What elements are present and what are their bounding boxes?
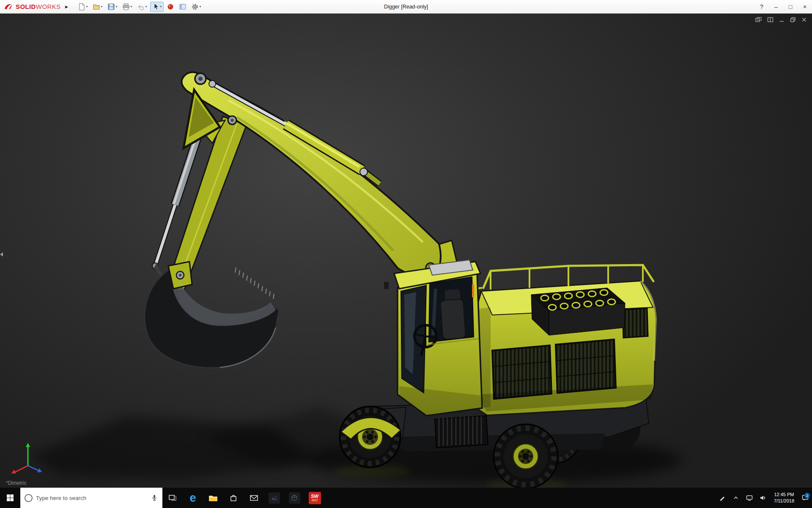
view-orientation-label: *Dimetric [6,480,27,486]
help-button[interactable]: ? [754,0,769,13]
options-button[interactable]: ▾ [189,2,203,12]
front-right-wheel[interactable] [494,424,558,488]
main-toolbar: ▾ ▾ ▾ ▾ [76,2,203,12]
gear-icon [191,3,199,11]
menu-expander-arrow[interactable]: ▶ [63,2,70,11]
left-arrow-icon [0,252,3,257]
windows-taskbar: e [0,488,812,508]
brand-text: SOLIDWORKS [16,3,61,10]
network-icon [746,494,753,501]
task-view-button[interactable] [162,488,183,508]
undo-button[interactable]: ▾ [135,2,149,12]
new-window-icon[interactable] [755,17,762,22]
solidworks-taskbar-button[interactable]: SW2017 [304,488,325,508]
3d-model-digger[interactable] [0,14,812,488]
print-button[interactable]: ▾ [121,2,134,12]
task-view-icon [168,494,177,502]
solidworks-window: SOLIDWORKS ▶ ▾ ▾ ▾ [0,0,812,508]
dropdown-caret[interactable]: ▾ [131,5,132,8]
pen-icon [719,494,726,501]
display-panel-icon [179,3,187,11]
undo-icon [137,3,145,11]
solidworks-logo: SOLIDWORKS [0,3,63,11]
bucket[interactable] [145,262,279,368]
clock-time: 12:45 PM [774,491,794,498]
close-button[interactable]: × [798,0,812,13]
dropdown-caret[interactable]: ▾ [101,5,103,8]
appearance-sphere-icon [167,3,174,11]
clock-date: 7/11/2018 [774,498,794,504]
new-document-icon [78,3,85,11]
split-window-icon[interactable] [767,17,774,22]
save-icon [107,3,115,11]
orientation-triad [8,439,47,476]
dropdown-caret[interactable]: ▾ [86,5,88,8]
edge-button[interactable]: e [183,488,203,508]
appearances-button[interactable] [165,2,176,12]
taskbar-search[interactable] [20,488,162,508]
save-button[interactable]: ▾ [106,2,119,12]
dropdown-caret[interactable]: ▾ [116,5,118,8]
maximize-button[interactable]: □ [783,0,798,13]
ds-logo-icon [3,3,14,11]
search-input[interactable] [36,495,147,501]
close-doc-icon[interactable] [801,17,807,22]
solidworks-app-icon: SW2017 [309,492,321,504]
open-document-button[interactable]: ▾ [91,2,104,12]
photos-button[interactable] [264,488,284,508]
file-explorer-button[interactable] [203,488,223,508]
photos-icon [269,492,280,504]
system-tray: 12:45 PM 7/11/2018 2 [716,488,812,508]
hidden-icons-button[interactable] [729,495,743,500]
mail-icon [250,494,258,502]
file-explorer-icon [208,494,218,502]
front-left-wheel[interactable] [340,406,401,467]
dropdown-caret[interactable]: ▾ [145,5,147,8]
select-cursor-icon [152,3,159,11]
cortana-icon[interactable] [25,494,33,502]
app-titlebar: SOLIDWORKS ▶ ▾ ▾ ▾ [0,0,812,14]
dropdown-caret[interactable]: ▾ [160,5,162,8]
microphone-icon[interactable] [151,494,158,502]
document-title: Digger [Read-only] [384,4,428,10]
action-center-button[interactable]: 2 [798,494,812,501]
minimize-button[interactable]: – [769,0,783,13]
cab[interactable] [384,260,482,416]
graphics-area[interactable]: *Dimetric [0,14,812,488]
minimize-doc-icon[interactable] [779,17,785,22]
store-icon [229,494,238,502]
pen-tray-button[interactable] [716,494,729,501]
chevron-up-icon [733,495,739,500]
windows-logo-icon [6,494,14,502]
3d-viewer-icon [289,492,300,504]
new-document-button[interactable]: ▾ [76,2,90,12]
network-tray-button[interactable] [743,494,756,501]
edge-icon: e [189,492,196,504]
select-tool-button[interactable]: ▾ [150,2,164,12]
open-document-icon [93,3,100,11]
store-button[interactable] [223,488,244,508]
volume-icon [759,494,767,501]
print-icon [122,3,130,11]
taskbar-clock[interactable]: 12:45 PM 7/11/2018 [770,491,798,505]
engine-block[interactable] [531,288,625,335]
display-settings-button[interactable] [177,2,188,12]
restore-doc-icon[interactable] [790,17,796,22]
3d-viewer-button[interactable] [284,488,304,508]
mail-button[interactable] [244,488,264,508]
window-controls: ? – □ × [754,0,812,13]
start-button[interactable] [0,488,20,508]
notification-badge: 2 [804,493,810,498]
volume-tray-button[interactable] [756,494,770,501]
dropdown-caret[interactable]: ▾ [200,5,201,8]
document-window-controls [755,17,807,22]
featuremanager-collapse-arrow[interactable] [0,248,5,260]
